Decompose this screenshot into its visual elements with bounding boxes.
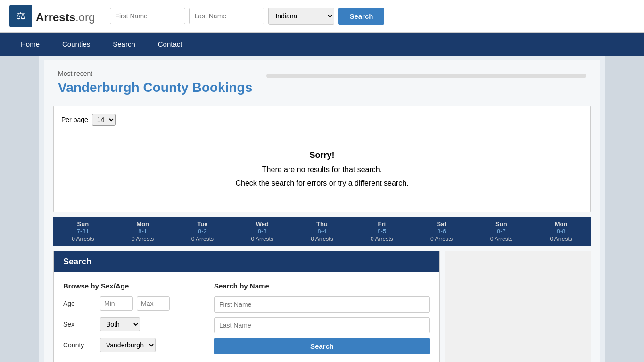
no-results-message: Sorry! There are no results for that sea… bbox=[61, 133, 583, 204]
cal-day-name: Mon bbox=[533, 221, 589, 228]
cal-day-date[interactable]: 8-6 bbox=[414, 228, 470, 235]
no-results-line2: There are no results for that search. bbox=[71, 163, 573, 177]
cal-day-date[interactable]: 8-5 bbox=[354, 228, 410, 235]
header-last-name-input[interactable] bbox=[189, 8, 264, 24]
main-content: Most recent Vanderburgh County Bookings … bbox=[39, 56, 605, 362]
calendar-day-1: Mon 8-1 0 Arrests bbox=[113, 217, 173, 246]
cal-day-date[interactable]: 8-2 bbox=[175, 228, 231, 235]
cal-arrests: 0 Arrests bbox=[533, 236, 589, 242]
logo: ⚖ Arrests.org bbox=[9, 5, 95, 27]
logo-text: Arrests.org bbox=[36, 8, 95, 25]
age-label: Age bbox=[63, 300, 96, 307]
cal-day-name: Tue bbox=[175, 221, 231, 228]
cal-day-date[interactable]: 8-3 bbox=[234, 228, 290, 235]
search-name-button[interactable]: Search bbox=[214, 338, 430, 354]
cal-day-date[interactable]: 8-1 bbox=[115, 228, 171, 235]
search-name-title: Search by Name bbox=[214, 282, 430, 290]
search-box-body: Browse by Sex/Age Age Sex Both Male Fema bbox=[54, 272, 439, 362]
calendar-day-2: Tue 8-2 0 Arrests bbox=[173, 217, 233, 246]
sex-row: Sex Both Male Female bbox=[63, 317, 195, 331]
calendar-day-4: Thu 8-4 0 Arrests bbox=[292, 217, 352, 246]
calendar-strip: Sun 7-31 0 Arrests Mon 8-1 0 Arrests Tue… bbox=[53, 217, 591, 246]
no-results-sorry: Sorry! bbox=[71, 148, 573, 163]
nav-item-counties[interactable]: Counties bbox=[51, 33, 101, 56]
header-search-button[interactable]: Search bbox=[338, 8, 384, 25]
county-row: County Vanderburgh bbox=[63, 338, 195, 352]
cal-arrests: 0 Arrests bbox=[414, 236, 470, 242]
cal-day-name: Sun bbox=[55, 221, 111, 228]
calendar-day-0: Sun 7-31 0 Arrests bbox=[53, 217, 113, 246]
per-page-select[interactable]: 10 14 25 50 bbox=[92, 114, 116, 126]
cal-day-name: Fri bbox=[354, 221, 410, 228]
cal-day-name: Thu bbox=[294, 221, 350, 228]
search-box-header: Search bbox=[54, 251, 439, 272]
cal-arrests: 0 Arrests bbox=[473, 236, 529, 242]
sex-label: Sex bbox=[63, 321, 96, 328]
age-row: Age bbox=[63, 296, 195, 311]
sex-select[interactable]: Both Male Female bbox=[100, 317, 140, 331]
cal-day-name: Sun bbox=[473, 221, 529, 228]
scrollbar-area bbox=[266, 70, 586, 78]
calendar-day-7: Sun 8-7 0 Arrests bbox=[471, 217, 531, 246]
cal-day-name: Mon bbox=[115, 221, 171, 228]
ad-section bbox=[445, 251, 591, 362]
cal-day-date[interactable]: 8-4 bbox=[294, 228, 350, 235]
cal-day-name: Sat bbox=[414, 221, 470, 228]
cal-arrests: 0 Arrests bbox=[234, 236, 290, 242]
calendar-day-5: Fri 8-5 0 Arrests bbox=[352, 217, 412, 246]
calendar-day-8: Mon 8-8 0 Arrests bbox=[531, 217, 591, 246]
scrollbar-track[interactable] bbox=[266, 74, 586, 78]
cal-arrests: 0 Arrests bbox=[354, 236, 410, 242]
most-recent-section: Most recent Vanderburgh County Bookings bbox=[44, 60, 600, 101]
calendar-day-6: Sat 8-6 0 Arrests bbox=[412, 217, 472, 246]
no-results-line3: Check the search for errors or try a dif… bbox=[71, 177, 573, 190]
cal-day-date[interactable]: 7-31 bbox=[55, 228, 111, 235]
search-first-name-input[interactable] bbox=[214, 296, 430, 313]
logo-icon: ⚖ bbox=[9, 5, 32, 27]
nav-item-search[interactable]: Search bbox=[101, 33, 147, 56]
cal-day-date[interactable]: 8-8 bbox=[533, 228, 589, 235]
search-name-section: Search by Name Search bbox=[214, 282, 430, 359]
per-page-label: Per page bbox=[61, 116, 88, 123]
content-wrapper: Most recent Vanderburgh County Bookings … bbox=[44, 60, 600, 362]
cal-arrests: 0 Arrests bbox=[175, 236, 231, 242]
most-recent-text: Most recent Vanderburgh County Bookings bbox=[58, 70, 252, 96]
nav-item-home[interactable]: Home bbox=[9, 33, 51, 56]
cal-arrests: 0 Arrests bbox=[294, 236, 350, 242]
browse-title: Browse by Sex/Age bbox=[63, 282, 195, 290]
search-last-name-input[interactable] bbox=[214, 317, 430, 333]
age-max-input[interactable] bbox=[137, 296, 170, 311]
browse-section: Browse by Sex/Age Age Sex Both Male Fema bbox=[63, 282, 195, 359]
header-first-name-input[interactable] bbox=[110, 8, 185, 24]
most-recent-label: Most recent bbox=[58, 70, 252, 77]
county-select[interactable]: Vanderburgh bbox=[100, 338, 156, 352]
search-section: Search Browse by Sex/Age Age Sex bbox=[53, 251, 591, 362]
cal-day-date[interactable]: 8-7 bbox=[473, 228, 529, 235]
nav-item-contact[interactable]: Contact bbox=[147, 33, 194, 56]
main-nav: Home Counties Search Contact bbox=[0, 33, 644, 56]
calendar-day-3: Wed 8-3 0 Arrests bbox=[232, 217, 292, 246]
cal-day-name: Wed bbox=[234, 221, 290, 228]
cal-arrests: 0 Arrests bbox=[115, 236, 171, 242]
results-area: Per page 10 14 25 50 Sorry! There are no… bbox=[53, 106, 591, 212]
header-search-form: Indiana Alabama California Search bbox=[110, 8, 635, 25]
site-header: ⚖ Arrests.org Indiana Alabama California… bbox=[0, 0, 644, 33]
county-title: Vanderburgh County Bookings bbox=[58, 79, 252, 96]
age-min-input[interactable] bbox=[100, 296, 133, 311]
per-page-row: Per page 10 14 25 50 bbox=[61, 114, 583, 126]
header-state-select[interactable]: Indiana Alabama California bbox=[268, 8, 334, 25]
search-box: Search Browse by Sex/Age Age Sex bbox=[53, 251, 440, 362]
county-label: County bbox=[63, 341, 96, 349]
cal-arrests: 0 Arrests bbox=[55, 236, 111, 242]
